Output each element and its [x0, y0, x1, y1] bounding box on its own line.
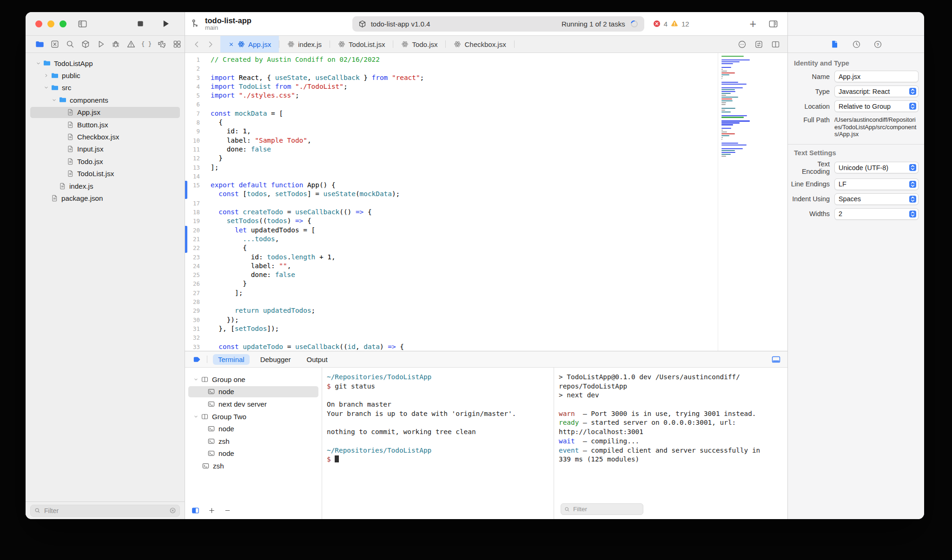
code-editor[interactable]: 1// Created by Austin Condiff on 02/16/2… — [185, 53, 787, 351]
session-node[interactable]: node — [185, 448, 322, 460]
tree-item-Todo.jsx[interactable]: Todo.jsx — [26, 155, 185, 167]
code-line-22[interactable]: 22 { — [185, 244, 787, 252]
code-line-7[interactable]: 7const mockData = [ — [185, 109, 787, 118]
navigator-tab-search[interactable] — [63, 37, 78, 51]
session-Group-one[interactable]: Group one — [185, 373, 322, 386]
editor-more-options-icon[interactable] — [738, 40, 747, 49]
session-node[interactable]: node — [185, 422, 322, 435]
toggle-console-icon[interactable] — [771, 355, 781, 364]
select-stepper-icon[interactable] — [909, 180, 917, 188]
activity-status-pill[interactable]: todo-list-app v1.0.4 Running 1 of 2 task… — [352, 16, 644, 32]
setting-select[interactable]: Spaces — [834, 193, 919, 205]
code-line-15[interactable]: 15export default function App() { — [185, 181, 787, 190]
code-line-23[interactable]: 23 id: todos.length + 1, — [185, 253, 787, 262]
zoom-window-button[interactable] — [60, 20, 66, 27]
terminal-filter-input[interactable] — [572, 505, 640, 513]
code-line-27[interactable]: 27 ]; — [185, 289, 787, 297]
code-line-3[interactable]: 3import React, { useState, useCallback }… — [185, 73, 787, 82]
code-line-26[interactable]: 26 } — [185, 279, 787, 288]
code-line-32[interactable]: 32 — [185, 333, 787, 342]
session-next-dev-server[interactable]: next dev server — [185, 398, 322, 410]
code-line-9[interactable]: 9 id: 1, — [185, 127, 787, 136]
editor-tab-Checkbox.jsx[interactable]: Checkbox.jsx — [446, 36, 514, 53]
setting-select[interactable]: 2 — [834, 208, 919, 220]
tree-item-Checkbox.jsx[interactable]: Checkbox.jsx — [26, 131, 185, 143]
code-line-8[interactable]: 8 { — [185, 118, 787, 127]
close-window-button[interactable] — [35, 20, 42, 27]
chevron-down-icon[interactable] — [43, 85, 49, 91]
code-line-25[interactable]: 25 done: false — [185, 270, 787, 279]
setting-select[interactable]: Unicode (UTF-8) — [834, 162, 919, 173]
code-line-17[interactable]: 17 — [185, 199, 787, 208]
code-line-4[interactable]: 4import TodoList from "./TodoList"; — [185, 82, 787, 91]
editor-swap-file-icon[interactable] — [754, 40, 763, 49]
editor-tab-TodoList.jsx[interactable]: TodoList.jsx — [330, 36, 393, 53]
run-button[interactable] — [160, 19, 171, 29]
navigator-tab-bug[interactable] — [108, 37, 124, 51]
code-line-2[interactable]: 2 — [185, 64, 787, 73]
navigate-back-icon[interactable] — [192, 40, 201, 49]
navigator-tab-play[interactable] — [93, 37, 108, 51]
chevron-down-icon[interactable] — [193, 414, 199, 420]
navigator-tab-braces[interactable]: { } — [139, 37, 154, 51]
tree-item-components[interactable]: components — [26, 94, 185, 106]
inspector-help-tab-icon[interactable]: ? — [873, 40, 882, 49]
navigator-tab-package[interactable] — [78, 37, 93, 51]
tree-item-App.jsx[interactable]: App.jsx — [26, 106, 185, 119]
editor-tab-index.js[interactable]: index.js — [279, 36, 330, 53]
session-Group-Two[interactable]: Group Two — [185, 410, 322, 423]
filter-clear-icon[interactable] — [169, 507, 176, 514]
minimap[interactable] — [718, 53, 787, 351]
stop-button[interactable] — [135, 19, 145, 29]
toggle-left-sidebar-icon[interactable] — [78, 19, 87, 29]
code-line-31[interactable]: 31 }, [setTodos]); — [185, 324, 787, 333]
chevron-down-icon[interactable] — [51, 97, 57, 103]
split-terminal-icon[interactable] — [191, 506, 200, 515]
code-line-16[interactable]: const [todos, setTodos] = useState(mockD… — [185, 190, 787, 198]
toggle-right-sidebar-icon[interactable] — [768, 19, 778, 29]
inspector-history-tab-icon[interactable] — [852, 40, 861, 49]
code-line-10[interactable]: 10 label: "Sample Todo", — [185, 136, 787, 145]
tree-item-TodoList.jsx[interactable]: TodoList.jsx — [26, 168, 185, 180]
navigator-tab-extension[interactable] — [154, 37, 169, 51]
add-button[interactable]: + — [749, 19, 756, 28]
code-line-13[interactable]: 13]; — [185, 163, 787, 172]
code-line-1[interactable]: 1// Created by Austin Condiff on 02/16/2… — [185, 55, 787, 64]
chevron-right-icon[interactable] — [43, 72, 49, 79]
code-line-30[interactable]: 30 }); — [185, 316, 787, 324]
session-zsh[interactable]: zsh — [185, 460, 322, 472]
editor-tab-Todo.jsx[interactable]: Todo.jsx — [393, 36, 445, 53]
code-line-6[interactable]: 6 — [185, 100, 787, 109]
terminal-output-1[interactable]: ~/Repositories/TodoListApp$ git statusOn… — [322, 368, 554, 519]
inspector-file-tab-icon[interactable] — [830, 40, 840, 49]
tree-item-public[interactable]: public — [26, 69, 185, 81]
type-select[interactable]: Javascript: React — [834, 86, 919, 97]
select-stepper-icon[interactable] — [909, 164, 917, 171]
navigator-tab-folder[interactable] — [32, 37, 47, 51]
minimize-window-button[interactable] — [47, 20, 54, 27]
navigate-forward-icon[interactable] — [206, 40, 215, 49]
tree-item-TodoListApp[interactable]: TodoListApp — [26, 57, 185, 69]
issue-counters[interactable]: 4 12 — [653, 20, 689, 28]
close-tab-icon[interactable] — [228, 41, 234, 47]
name-field[interactable]: App.jsx — [834, 71, 919, 82]
navigator-tab-warning[interactable] — [124, 37, 139, 51]
sidebar-filter-input[interactable] — [43, 507, 167, 515]
session-zsh[interactable]: zsh — [185, 435, 322, 448]
code-line-14[interactable]: 14 — [185, 172, 787, 181]
navigator-tab-grid[interactable] — [169, 37, 185, 51]
terminal-filter-field[interactable] — [561, 503, 643, 515]
select-stepper-icon[interactable] — [909, 210, 917, 218]
tab-terminal[interactable]: Terminal — [213, 354, 250, 365]
tree-item-src[interactable]: src — [26, 82, 185, 94]
terminal-output-2[interactable]: > TodoListApp@0.1.0 dev /Users/austincon… — [554, 368, 787, 519]
sidebar-filter-field[interactable] — [30, 505, 180, 517]
chevron-down-icon[interactable] — [35, 60, 41, 66]
tree-item-package.json[interactable]: package.json — [26, 192, 185, 204]
editor-tab-App.jsx[interactable]: App.jsx — [220, 36, 279, 53]
tree-item-index.js[interactable]: index.js — [26, 180, 185, 192]
code-line-21[interactable]: 21 ...todos, — [185, 235, 787, 244]
code-line-5[interactable]: 5import "./styles.css"; — [185, 91, 787, 100]
select-stepper-icon[interactable] — [909, 87, 917, 95]
code-line-29[interactable]: 29 return updatedTodos; — [185, 306, 787, 315]
